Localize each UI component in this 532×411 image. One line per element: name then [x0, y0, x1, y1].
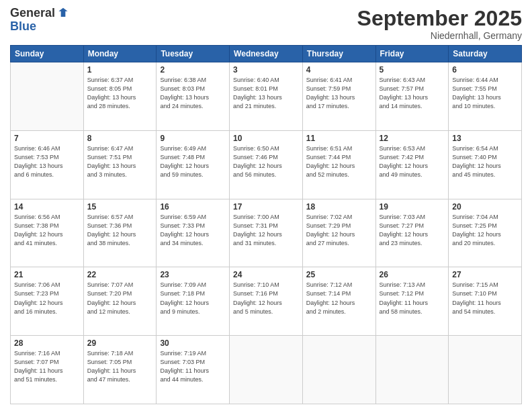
- day-info: Sunrise: 6:54 AMSunset: 7:40 PMDaylight:…: [452, 144, 518, 179]
- table-row: 13Sunrise: 6:54 AMSunset: 7:40 PMDayligh…: [449, 130, 522, 199]
- day-number: 25: [306, 270, 372, 279]
- table-row: 12Sunrise: 6:53 AMSunset: 7:42 PMDayligh…: [375, 130, 449, 199]
- logo-icon: [56, 7, 70, 20]
- table-row: 25Sunrise: 7:12 AMSunset: 7:14 PMDayligh…: [302, 267, 375, 336]
- calendar-week-row: 28Sunrise: 7:16 AMSunset: 7:07 PMDayligh…: [11, 336, 522, 404]
- table-row: [302, 336, 375, 404]
- day-number: 13: [452, 134, 518, 143]
- table-row: 28Sunrise: 7:16 AMSunset: 7:07 PMDayligh…: [11, 336, 84, 404]
- table-row: 20Sunrise: 7:04 AMSunset: 7:25 PMDayligh…: [449, 199, 522, 267]
- day-number: 17: [233, 202, 299, 212]
- table-row: 26Sunrise: 7:13 AMSunset: 7:12 PMDayligh…: [375, 267, 449, 336]
- day-number: 8: [87, 134, 153, 143]
- table-row: 7Sunrise: 6:46 AMSunset: 7:53 PMDaylight…: [11, 130, 84, 199]
- day-info: Sunrise: 6:38 AMSunset: 8:03 PMDaylight:…: [160, 76, 226, 111]
- day-number: 27: [452, 270, 518, 279]
- header-thursday: Thursday: [302, 46, 375, 62]
- table-row: [449, 336, 522, 404]
- day-number: 11: [306, 134, 372, 143]
- day-info: Sunrise: 7:16 AMSunset: 7:07 PMDaylight:…: [14, 349, 80, 384]
- day-info: Sunrise: 6:44 AMSunset: 7:55 PMDaylight:…: [452, 76, 518, 111]
- day-number: 23: [160, 270, 226, 279]
- table-row: 16Sunrise: 6:59 AMSunset: 7:33 PMDayligh…: [157, 199, 230, 267]
- table-row: 10Sunrise: 6:50 AMSunset: 7:46 PMDayligh…: [230, 130, 303, 199]
- day-info: Sunrise: 7:07 AMSunset: 7:20 PMDaylight:…: [87, 281, 153, 316]
- calendar-header-row: Sunday Monday Tuesday Wednesday Thursday…: [11, 46, 522, 62]
- table-row: 29Sunrise: 7:18 AMSunset: 7:05 PMDayligh…: [83, 336, 157, 404]
- day-info: Sunrise: 7:10 AMSunset: 7:16 PMDaylight:…: [233, 281, 299, 316]
- table-row: 8Sunrise: 6:47 AMSunset: 7:51 PMDaylight…: [83, 130, 157, 199]
- table-row: 21Sunrise: 7:06 AMSunset: 7:23 PMDayligh…: [11, 267, 84, 336]
- page: General Blue September 2025 Niedernhall,…: [0, 0, 532, 411]
- day-info: Sunrise: 6:40 AMSunset: 8:01 PMDaylight:…: [233, 76, 299, 111]
- day-number: 10: [233, 134, 299, 143]
- day-info: Sunrise: 6:46 AMSunset: 7:53 PMDaylight:…: [14, 144, 80, 179]
- day-number: 22: [87, 270, 153, 279]
- day-number: 5: [380, 65, 445, 75]
- day-number: 16: [160, 202, 226, 212]
- day-info: Sunrise: 6:51 AMSunset: 7:44 PMDaylight:…: [306, 144, 372, 179]
- day-info: Sunrise: 6:56 AMSunset: 7:38 PMDaylight:…: [14, 213, 80, 248]
- day-info: Sunrise: 6:47 AMSunset: 7:51 PMDaylight:…: [87, 144, 153, 179]
- header-wednesday: Wednesday: [230, 46, 303, 62]
- table-row: 6Sunrise: 6:44 AMSunset: 7:55 PMDaylight…: [449, 62, 522, 131]
- day-number: 6: [452, 65, 518, 75]
- day-number: 9: [160, 134, 226, 143]
- table-row: 18Sunrise: 7:02 AMSunset: 7:29 PMDayligh…: [302, 199, 375, 267]
- table-row: [375, 336, 449, 404]
- table-row: [11, 62, 84, 131]
- table-row: 19Sunrise: 7:03 AMSunset: 7:27 PMDayligh…: [375, 199, 449, 267]
- day-info: Sunrise: 6:57 AMSunset: 7:36 PMDaylight:…: [87, 213, 153, 248]
- day-info: Sunrise: 7:03 AMSunset: 7:27 PMDaylight:…: [380, 213, 445, 248]
- day-number: 20: [452, 202, 518, 212]
- table-row: 22Sunrise: 7:07 AMSunset: 7:20 PMDayligh…: [83, 267, 157, 336]
- calendar-week-row: 1Sunrise: 6:37 AMSunset: 8:05 PMDaylight…: [11, 62, 522, 131]
- header-friday: Friday: [375, 46, 449, 62]
- table-row: 15Sunrise: 6:57 AMSunset: 7:36 PMDayligh…: [83, 199, 157, 267]
- location: Niedernhall, Germany: [357, 30, 522, 41]
- logo: General Blue: [10, 7, 70, 34]
- day-info: Sunrise: 6:49 AMSunset: 7:48 PMDaylight:…: [160, 144, 226, 179]
- day-number: 2: [160, 65, 226, 75]
- table-row: 4Sunrise: 6:41 AMSunset: 7:59 PMDaylight…: [302, 62, 375, 131]
- header-saturday: Saturday: [449, 46, 522, 62]
- day-info: Sunrise: 7:15 AMSunset: 7:10 PMDaylight:…: [452, 281, 518, 316]
- table-row: 27Sunrise: 7:15 AMSunset: 7:10 PMDayligh…: [449, 267, 522, 336]
- table-row: [230, 336, 303, 404]
- day-info: Sunrise: 6:41 AMSunset: 7:59 PMDaylight:…: [306, 76, 372, 111]
- header: General Blue September 2025 Niedernhall,…: [10, 7, 522, 41]
- day-number: 14: [14, 202, 80, 212]
- day-info: Sunrise: 7:18 AMSunset: 7:05 PMDaylight:…: [87, 349, 153, 384]
- logo-general: General: [10, 7, 55, 20]
- table-row: 17Sunrise: 7:00 AMSunset: 7:31 PMDayligh…: [230, 199, 303, 267]
- table-row: 3Sunrise: 6:40 AMSunset: 8:01 PMDaylight…: [230, 62, 303, 131]
- table-row: 9Sunrise: 6:49 AMSunset: 7:48 PMDaylight…: [157, 130, 230, 199]
- logo-blue: Blue: [10, 20, 70, 34]
- day-number: 15: [87, 202, 153, 212]
- day-number: 26: [380, 270, 445, 279]
- day-info: Sunrise: 6:50 AMSunset: 7:46 PMDaylight:…: [233, 144, 299, 179]
- table-row: 5Sunrise: 6:43 AMSunset: 7:57 PMDaylight…: [375, 62, 449, 131]
- day-info: Sunrise: 6:37 AMSunset: 8:05 PMDaylight:…: [87, 76, 153, 111]
- table-row: 14Sunrise: 6:56 AMSunset: 7:38 PMDayligh…: [11, 199, 84, 267]
- day-info: Sunrise: 7:06 AMSunset: 7:23 PMDaylight:…: [14, 281, 80, 316]
- table-row: 1Sunrise: 6:37 AMSunset: 8:05 PMDaylight…: [83, 62, 157, 131]
- day-number: 4: [306, 65, 372, 75]
- day-number: 24: [233, 270, 299, 279]
- day-number: 3: [233, 65, 299, 75]
- header-tuesday: Tuesday: [157, 46, 230, 62]
- day-info: Sunrise: 6:53 AMSunset: 7:42 PMDaylight:…: [380, 144, 445, 179]
- day-number: 28: [14, 338, 80, 348]
- header-monday: Monday: [83, 46, 157, 62]
- table-row: 11Sunrise: 6:51 AMSunset: 7:44 PMDayligh…: [302, 130, 375, 199]
- table-row: 30Sunrise: 7:19 AMSunset: 7:03 PMDayligh…: [157, 336, 230, 404]
- day-number: 1: [87, 65, 153, 75]
- day-info: Sunrise: 7:19 AMSunset: 7:03 PMDaylight:…: [160, 349, 226, 384]
- day-info: Sunrise: 7:00 AMSunset: 7:31 PMDaylight:…: [233, 213, 299, 248]
- table-row: 23Sunrise: 7:09 AMSunset: 7:18 PMDayligh…: [157, 267, 230, 336]
- title-block: September 2025 Niedernhall, Germany: [357, 7, 522, 41]
- day-number: 7: [14, 134, 80, 143]
- calendar-week-row: 21Sunrise: 7:06 AMSunset: 7:23 PMDayligh…: [11, 267, 522, 336]
- day-number: 19: [380, 202, 445, 212]
- calendar-week-row: 7Sunrise: 6:46 AMSunset: 7:53 PMDaylight…: [11, 130, 522, 199]
